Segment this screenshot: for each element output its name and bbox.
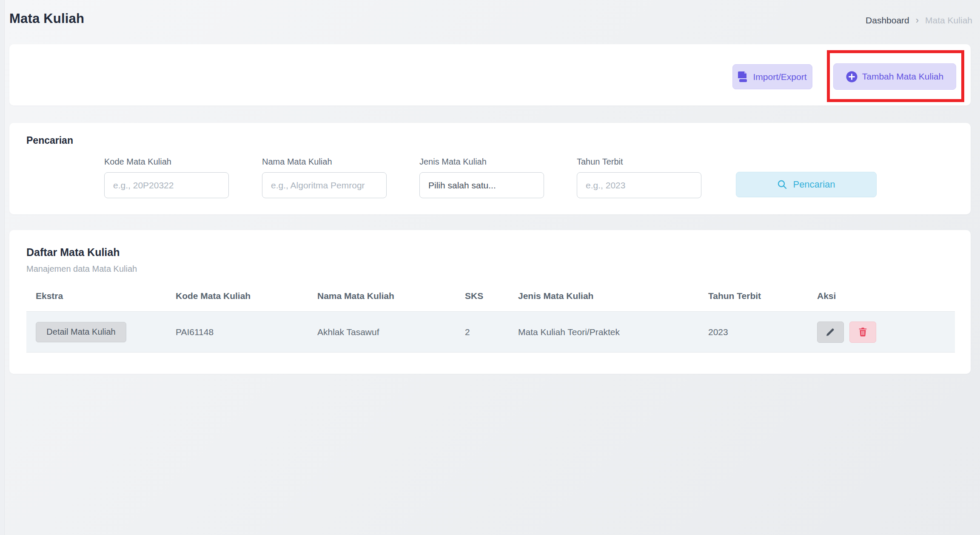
edit-button[interactable]	[817, 322, 844, 343]
column-header-tahun: Tahun Terbit	[699, 291, 808, 301]
import-export-button[interactable]: Import/Export	[732, 64, 812, 89]
sidebar-edge	[0, 0, 5, 535]
table-heading: Daftar Mata Kuliah	[26, 246, 120, 259]
detail-mata-kuliah-button[interactable]: Detail Mata Kuliah	[36, 322, 126, 342]
table-card: Daftar Mata Kuliah Manajemen data Mata K…	[9, 230, 971, 374]
column-header-nama: Nama Mata Kuliah	[308, 291, 456, 301]
breadcrumb-current: Mata Kuliah	[925, 15, 972, 26]
page-title: Mata Kuliah	[9, 11, 84, 26]
document-icon	[738, 71, 748, 83]
field-nama-mata-kuliah: Nama Mata Kuliah	[262, 157, 387, 198]
kode-field-label: Kode Mata Kuliah	[104, 157, 229, 167]
field-tahun-terbit: Tahun Terbit	[577, 157, 701, 198]
field-kode-mata-kuliah: Kode Mata Kuliah	[104, 157, 229, 198]
search-icon	[777, 179, 787, 190]
column-header-ekstra: Ekstra	[26, 291, 166, 301]
column-header-aksi: Aksi	[808, 291, 955, 301]
delete-button[interactable]	[849, 322, 876, 343]
jenis-select[interactable]: Pilih salah satu...	[419, 172, 544, 198]
search-card: Pencarian Kode Mata Kuliah Nama Mata Kul…	[9, 123, 971, 214]
trash-icon	[858, 327, 867, 337]
table-header-row: Ekstra Kode Mata Kuliah Nama Mata Kuliah…	[26, 281, 955, 312]
tahun-input[interactable]	[577, 172, 701, 198]
table-subheading: Manajemen data Mata Kuliah	[26, 264, 137, 274]
column-header-sks: SKS	[456, 291, 509, 301]
cell-nama: Akhlak Tasawuf	[308, 327, 456, 337]
import-export-label: Import/Export	[753, 72, 806, 82]
cell-tahun: 2023	[699, 327, 808, 337]
mata-kuliah-table: Ekstra Kode Mata Kuliah Nama Mata Kuliah…	[26, 281, 955, 353]
page-header: Mata Kuliah Dashboard › Mata Kuliah	[0, 0, 980, 41]
field-jenis-mata-kuliah: Jenis Mata Kuliah Pilih salah satu...	[419, 157, 544, 198]
table-row: Detail Mata Kuliah PAI61148 Akhlak Tasaw…	[26, 312, 955, 353]
column-header-kode: Kode Mata Kuliah	[166, 291, 308, 301]
add-mata-kuliah-button[interactable]: Tambah Mata Kuliah	[833, 63, 956, 90]
cell-sks: 2	[456, 327, 509, 337]
add-mata-kuliah-label: Tambah Mata Kuliah	[862, 71, 943, 82]
cell-ekstra: Detail Mata Kuliah	[26, 322, 166, 342]
kode-input[interactable]	[104, 172, 229, 198]
tahun-field-label: Tahun Terbit	[577, 157, 701, 167]
jenis-field-label: Jenis Mata Kuliah	[419, 157, 544, 167]
toolbar-card: Import/Export Tambah Mata Kuliah	[9, 44, 971, 105]
cell-kode: PAI61148	[166, 327, 308, 337]
jenis-select-value: Pilih salah satu...	[428, 180, 496, 191]
search-heading: Pencarian	[26, 135, 73, 146]
cell-aksi	[808, 322, 955, 343]
nama-input[interactable]	[262, 172, 387, 198]
column-header-jenis: Jenis Mata Kuliah	[509, 291, 699, 301]
plus-circle-icon	[846, 71, 858, 83]
search-submit-label: Pencarian	[793, 179, 835, 190]
pencil-icon	[826, 327, 835, 337]
search-submit-button[interactable]: Pencarian	[736, 172, 877, 197]
breadcrumb-dashboard[interactable]: Dashboard	[866, 15, 909, 26]
chevron-right-icon: ›	[916, 16, 919, 25]
breadcrumb: Dashboard › Mata Kuliah	[866, 15, 972, 26]
nama-field-label: Nama Mata Kuliah	[262, 157, 387, 167]
row-actions	[817, 322, 876, 343]
cell-jenis: Mata Kuliah Teori/Praktek	[509, 327, 699, 337]
